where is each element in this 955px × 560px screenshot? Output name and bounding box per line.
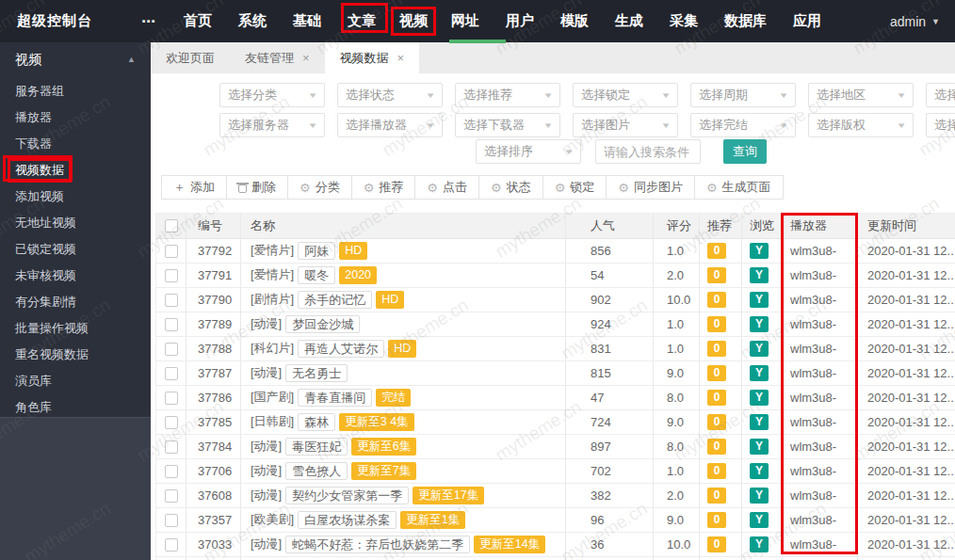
recommend-badge[interactable]: 0 <box>707 488 726 504</box>
tab-close-icon[interactable]: × <box>397 42 405 73</box>
recommend-badge[interactable]: 0 <box>707 316 726 332</box>
sidebar-item[interactable]: 无地址视频 <box>0 210 151 236</box>
nav-menu-item[interactable]: 采集 <box>658 7 709 36</box>
nav-menu-item[interactable]: 系统 <box>227 7 278 36</box>
browse-badge[interactable]: Y <box>750 390 769 406</box>
nav-menu-item[interactable]: 用户 <box>494 7 545 36</box>
video-title[interactable]: 青春直播间 <box>298 389 372 407</box>
row-checkbox[interactable] <box>165 440 178 454</box>
nav-menu-item[interactable]: 数据库 <box>713 7 778 36</box>
nav-menu-item[interactable]: 应用 <box>782 7 833 36</box>
tab-close-icon[interactable]: × <box>302 42 310 73</box>
recommend-badge[interactable]: 0 <box>707 414 726 430</box>
sidebar-item[interactable]: 添加视频 <box>0 184 151 210</box>
video-title[interactable]: 梦回金沙城 <box>285 315 360 333</box>
recommend-badge[interactable]: 0 <box>707 365 726 381</box>
browse-badge[interactable]: Y <box>750 341 769 357</box>
filter-select[interactable]: 选择完结 ▼ <box>690 113 796 137</box>
browse-badge[interactable]: Y <box>750 414 769 430</box>
row-checkbox[interactable] <box>165 367 178 380</box>
video-title[interactable]: 白屋农场谋杀案 <box>298 511 397 529</box>
filter-select[interactable]: 选择版权 ▼ <box>808 113 914 137</box>
sidebar-item[interactable]: 有分集剧情 <box>0 289 151 315</box>
row-checkbox[interactable] <box>165 416 178 429</box>
select-all-checkbox[interactable] <box>165 219 178 232</box>
sidebar-item[interactable]: 演员库 <box>0 368 151 394</box>
toolbar-button[interactable]: 点击 <box>414 175 479 200</box>
video-title[interactable]: 契约少女管家第一季 <box>285 487 409 504</box>
browse-badge[interactable]: Y <box>750 536 769 552</box>
row-checkbox[interactable] <box>165 538 178 552</box>
filter-select[interactable]: 选择分 ▼ <box>926 113 955 137</box>
sidebar-item[interactable]: 重名视频数据 <box>0 342 151 368</box>
filter-select[interactable]: 选择周期 ▼ <box>690 83 796 107</box>
toolbar-button[interactable]: 推荐 <box>351 175 416 200</box>
toolbar-button[interactable]: 同步图片 <box>606 175 695 200</box>
video-title[interactable]: 阿妹 <box>298 242 335 260</box>
nav-menu-item[interactable]: 网址 <box>440 7 491 36</box>
row-checkbox[interactable] <box>165 392 178 405</box>
browse-badge[interactable]: Y <box>750 292 769 308</box>
row-checkbox[interactable] <box>165 318 178 331</box>
sidebar-item[interactable]: 角色库 <box>0 394 151 421</box>
nav-menu-item[interactable]: 视频 <box>391 7 436 36</box>
filter-select[interactable]: 选择下载器 ▼ <box>455 113 560 137</box>
row-checkbox[interactable] <box>165 269 178 282</box>
recommend-badge[interactable]: 0 <box>707 536 726 552</box>
sidebar-item[interactable]: 播放器 <box>0 104 151 131</box>
sidebar-item[interactable]: 未审核视频 <box>0 263 151 289</box>
row-checkbox[interactable] <box>165 343 178 356</box>
tab[interactable]: 友链管理 × <box>230 42 325 73</box>
recommend-badge[interactable]: 0 <box>707 390 726 406</box>
filter-select[interactable]: 选择服务器 ▼ <box>219 113 325 137</box>
browse-badge[interactable]: Y <box>750 512 769 528</box>
sort-select[interactable]: 选择排序 ▼ <box>476 139 581 164</box>
nav-menu-item[interactable]: 基础 <box>282 7 332 36</box>
row-checkbox[interactable] <box>165 294 178 307</box>
row-checkbox[interactable] <box>165 489 178 503</box>
nav-more-icon[interactable]: ⋯ <box>141 13 157 30</box>
filter-select[interactable]: 选择分类 ▼ <box>219 83 325 107</box>
tab[interactable]: 欢迎页面 <box>151 42 230 73</box>
row-checkbox[interactable] <box>165 514 178 527</box>
browse-badge[interactable]: Y <box>750 439 769 455</box>
browse-badge[interactable]: Y <box>750 243 769 259</box>
sidebar-item[interactable]: 服务器组 <box>0 78 151 104</box>
filter-select[interactable]: 选择推荐 ▼ <box>455 83 560 107</box>
sidebar-item[interactable]: 已锁定视频 <box>0 236 151 263</box>
video-title[interactable]: 毒医狂妃 <box>285 438 348 456</box>
toolbar-button[interactable]: 分类 <box>287 175 352 200</box>
toolbar-button[interactable]: 添加 <box>161 175 227 200</box>
filter-select[interactable]: 选择图片 ▼ <box>573 113 678 137</box>
sidebar-item[interactable]: 下载器 <box>0 131 151 157</box>
toolbar-button[interactable]: 删除 <box>226 175 288 200</box>
browse-badge[interactable]: Y <box>750 488 769 504</box>
search-button[interactable]: 查询 <box>723 139 767 164</box>
recommend-badge[interactable]: 0 <box>707 243 726 259</box>
recommend-badge[interactable]: 0 <box>707 512 726 528</box>
filter-select[interactable]: 选择地区 ▼ <box>808 83 914 107</box>
filter-select[interactable]: 选择播放器 ▼ <box>337 113 443 137</box>
user-menu[interactable]: admin ▼ <box>890 0 940 42</box>
video-title[interactable]: 雪色撩人 <box>285 462 348 480</box>
nav-menu-item[interactable]: 首页 <box>172 7 223 36</box>
recommend-badge[interactable]: 0 <box>707 341 726 357</box>
filter-select[interactable]: 选择状态 ▼ <box>337 83 443 107</box>
browse-badge[interactable]: Y <box>750 463 769 479</box>
recommend-badge[interactable]: 0 <box>707 267 726 283</box>
video-title[interactable]: 暖冬 <box>298 266 335 284</box>
nav-menu-item[interactable]: 生成 <box>604 7 655 36</box>
nav-menu-item[interactable]: 模版 <box>549 7 600 36</box>
recommend-badge[interactable]: 0 <box>707 463 726 479</box>
filter-select[interactable]: 选择锁定 ▼ <box>573 83 678 107</box>
row-checkbox[interactable] <box>165 465 178 478</box>
row-checkbox[interactable] <box>165 245 178 258</box>
video-title[interactable]: 森林 <box>298 413 335 431</box>
browse-badge[interactable]: Y <box>750 267 769 283</box>
recommend-badge[interactable]: 0 <box>707 292 726 308</box>
video-title[interactable]: 再造人艾诺尔 <box>298 340 384 358</box>
toolbar-button[interactable]: 生成页面 <box>694 175 784 200</box>
sidebar-section-video[interactable]: 视频 ▲ <box>0 42 151 76</box>
sidebar-item[interactable]: 批量操作视频 <box>0 315 151 342</box>
recommend-badge[interactable]: 0 <box>707 439 726 455</box>
